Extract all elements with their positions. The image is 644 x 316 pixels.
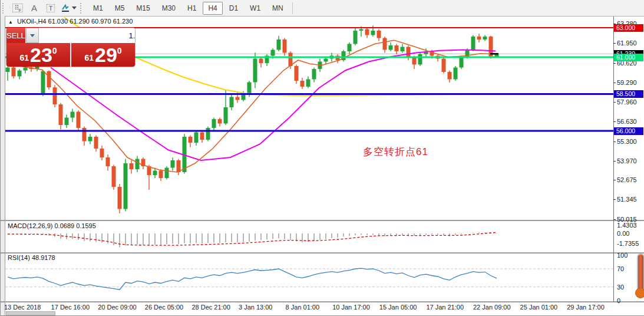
chart-text-annotation: 多空转折点61 xyxy=(363,145,428,159)
price-axis-tick-label: 61.950 xyxy=(617,40,637,47)
horizontal-scrollbar-thumb[interactable] xyxy=(6,311,55,315)
buy-price-display[interactable]: 61 29 0 xyxy=(71,43,135,67)
rsi-axis-label: 70 xyxy=(617,265,624,272)
price-axis-tick-mark xyxy=(613,83,616,83)
macd-panel-separator[interactable] xyxy=(1,220,644,221)
time-axis-label: 10 Jan 17:00 xyxy=(332,304,370,311)
price-axis-badge: 56.000 xyxy=(614,127,643,135)
time-axis-label: 3 Jan 13:00 xyxy=(239,304,273,311)
volume-decrease-button[interactable] xyxy=(26,28,39,43)
thermometer-icon xyxy=(635,254,644,304)
price-axis-tick-mark xyxy=(613,63,616,64)
price-axis-tick-mark xyxy=(613,199,616,200)
price-axis-badge: 63.000 xyxy=(614,24,643,32)
chart-ohlc-values: 61.030 61.290 60.970 61.230 xyxy=(48,18,133,25)
collapse-subwindow-icon[interactable]: ▲ xyxy=(8,19,13,25)
time-axis-label: 28 Dec 21:00 xyxy=(191,304,230,311)
macd-axis-label: 0.00 xyxy=(617,230,629,237)
time-axis-label: 25 Jan 01:00 xyxy=(520,304,558,311)
macd-indicator-label: MACD(12,26,9) 0.0689 0.1595 xyxy=(8,222,96,229)
window-left-edge xyxy=(1,16,5,316)
one-click-trading-panel: SELL BUY 61 23 0 61 29 0 xyxy=(6,28,135,67)
sell-button[interactable]: SELL xyxy=(6,28,26,43)
rsi-axis-label: 30 xyxy=(617,284,624,291)
time-axis-label: 17 Dec 16:00 xyxy=(51,304,90,311)
volume-input[interactable] xyxy=(39,28,135,43)
time-axis-separator xyxy=(1,301,644,302)
price-axis-tick-label: 55.300 xyxy=(617,138,637,145)
buy-price-prefix: 61 xyxy=(84,53,94,62)
time-axis-label: 20 Dec 09:00 xyxy=(98,304,136,311)
price-axis-badge: 61.000 xyxy=(614,54,643,61)
price-axis-tick-label: 59.290 xyxy=(617,79,637,86)
price-axis-tick-mark xyxy=(613,43,616,44)
chart-symbol-period: UKOil-,H4 xyxy=(17,18,47,25)
price-axis-tick-mark xyxy=(613,102,616,103)
time-axis-label: 13 Dec 2018 xyxy=(4,304,41,311)
time-axis-label: 15 Jan 05:00 xyxy=(379,304,417,311)
time-axis-label: 26 Dec 05:00 xyxy=(145,304,183,311)
time-axis-label: 29 Jan 17:00 xyxy=(567,304,605,311)
sell-price-display[interactable]: 61 23 0 xyxy=(6,43,71,67)
trading-terminal-window: ⠿F A T M1M5M15M30H1H4D1W1MN ▲ UKOil-,H4 … xyxy=(0,0,644,316)
macd-axis-label: 1.4303 xyxy=(617,222,637,229)
price-axis-tick-mark xyxy=(613,161,616,162)
price-axis-tick-label: 52.675 xyxy=(617,176,637,183)
chart-title: ▲ UKOil-,H4 61.030 61.290 60.970 61.230 xyxy=(8,18,133,25)
rsi-axis-label: 0 xyxy=(617,297,620,304)
buy-price-big-digits: 29 xyxy=(95,44,117,66)
macd-axis-label: -1.7355 xyxy=(617,240,639,247)
price-axis-tick-mark xyxy=(613,219,616,220)
price-axis-tick-mark xyxy=(613,180,616,180)
volume-box xyxy=(26,28,135,43)
price-axis-tick-mark xyxy=(613,141,616,142)
time-axis-label: 22 Jan 09:00 xyxy=(473,304,511,311)
sell-price-big-digits: 23 xyxy=(30,44,52,66)
sell-price-superscript: 0 xyxy=(52,46,57,55)
time-axis-label: 17 Jan 21:00 xyxy=(426,304,464,311)
rsi-axis-label: 100 xyxy=(617,252,628,259)
rsi-indicator-label: RSI(14) 48.9178 xyxy=(8,254,55,261)
buy-price-superscript: 0 xyxy=(117,46,122,55)
price-axis-badge: 58.500 xyxy=(614,90,643,98)
price-axis-tick-label: 53.970 xyxy=(617,157,637,164)
sell-price-prefix: 61 xyxy=(19,53,29,62)
price-axis-tick-mark xyxy=(613,121,616,122)
time-axis-label: 8 Jan 01:00 xyxy=(286,304,320,311)
rsi-panel-separator[interactable] xyxy=(1,252,644,254)
price-axis-tick-label: 51.345 xyxy=(617,196,637,203)
price-axis-tick-label: 57.960 xyxy=(617,98,637,106)
price-axis-tick-label: 56.630 xyxy=(617,118,637,125)
